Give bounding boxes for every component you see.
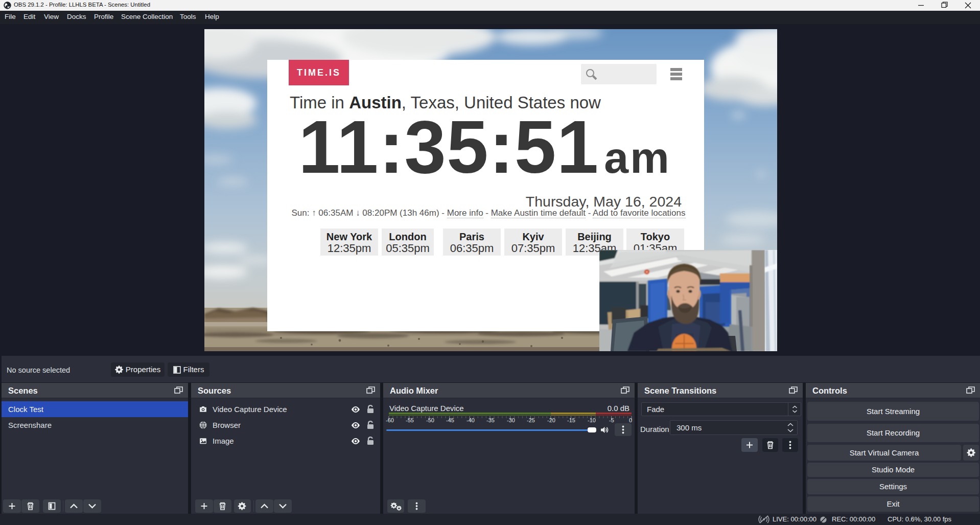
svg-text:-30: -30 — [507, 417, 515, 423]
svg-text:-35: -35 — [486, 417, 495, 423]
svg-text:-5: -5 — [609, 417, 614, 423]
svg-text:-25: -25 — [527, 417, 535, 423]
svg-text:-20: -20 — [547, 417, 555, 423]
svg-text:-55: -55 — [406, 417, 414, 423]
svg-text:-10: -10 — [588, 417, 596, 423]
svg-text:0: 0 — [629, 417, 632, 423]
svg-text:-45: -45 — [446, 417, 454, 423]
svg-text:-40: -40 — [466, 417, 475, 423]
svg-text:-60: -60 — [386, 417, 394, 423]
svg-text:-50: -50 — [426, 417, 434, 423]
svg-text:-15: -15 — [567, 417, 575, 423]
